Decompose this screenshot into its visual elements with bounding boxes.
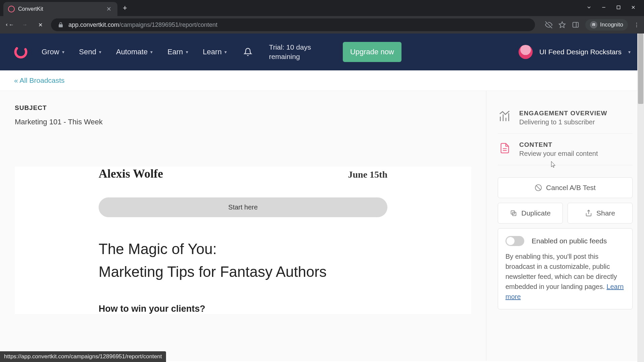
subject-label: SUBJECT [15, 104, 471, 112]
sub-header: « All Broadcasts [0, 70, 644, 91]
chevron-down-icon: ▾ [99, 49, 101, 55]
sidebar-content-sub: Review your email content [519, 150, 598, 158]
kebab-menu-icon[interactable]: ⋮ [634, 22, 639, 28]
close-tab-icon[interactable]: ✕ [105, 5, 113, 13]
nav-automate[interactable]: Automate▾ [116, 48, 153, 56]
chevron-down-icon: ▾ [150, 49, 153, 55]
copy-icon [510, 209, 517, 217]
public-feeds-toggle[interactable] [505, 236, 524, 246]
maximize-icon[interactable] [616, 5, 621, 11]
nav-send[interactable]: Send▾ [79, 48, 101, 56]
sidebar-content-title: CONTENT [519, 141, 598, 148]
chevron-down-icon: ▾ [224, 49, 227, 55]
preview-date: June 15th [348, 169, 387, 180]
close-window-icon[interactable] [631, 5, 636, 11]
avatar[interactable] [519, 45, 533, 59]
minimize-icon[interactable] [601, 5, 606, 11]
chevron-down-icon[interactable]: ▾ [628, 49, 631, 55]
preview-subhead: How to win your clients? [99, 304, 387, 314]
document-icon [498, 141, 512, 155]
trial-status: Trial: 10 days remaining [269, 43, 329, 62]
public-feeds-label: Enabled on public feeds [532, 237, 607, 245]
vertical-scrollbar[interactable] [637, 34, 644, 362]
cancel-icon [535, 184, 542, 191]
incognito-icon [590, 21, 597, 28]
email-preview: Alexis Wolfe June 15th Start here The Ma… [15, 167, 471, 314]
svg-rect-6 [573, 22, 579, 27]
reload-button[interactable]: ✕ [36, 20, 45, 29]
chart-icon [498, 110, 512, 124]
status-bar: https://app.convertkit.com/campaigns/128… [0, 351, 166, 362]
url-text: app.convertkit.com/campaigns/12896951/re… [68, 21, 217, 28]
svg-point-9 [594, 24, 595, 26]
favicon-icon [8, 6, 15, 12]
preview-headline-2: Marketing Tips for Fantasy Authors [99, 263, 387, 280]
duplicate-button[interactable]: Duplicate [498, 203, 563, 224]
sidebar-engagement-sub: Delivering to 1 subscriber [519, 118, 607, 126]
tab-search-icon[interactable] [586, 5, 592, 11]
preview-author: Alexis Wolfe [99, 167, 163, 181]
convertkit-logo-icon[interactable] [13, 45, 28, 59]
forward-button[interactable]: → [20, 20, 30, 29]
sidebar-engagement-overview[interactable]: ENGAGEMENT OVERVIEW Delivering to 1 subs… [498, 102, 633, 134]
tab-bar: ConvertKit ✕ + [0, 0, 644, 16]
share-icon [585, 209, 592, 217]
svg-line-18 [536, 186, 541, 190]
notifications-bell-icon[interactable] [244, 48, 252, 56]
svg-point-10 [13, 45, 28, 59]
browser-tab[interactable]: ConvertKit ✕ [3, 2, 117, 16]
public-feeds-desc: By enabling this, you'll post this broad… [505, 251, 625, 302]
eye-off-icon[interactable] [545, 21, 552, 28]
preview-headline-1: The Magic of You: [99, 241, 387, 257]
back-button[interactable]: ← [5, 20, 14, 29]
nav-learn[interactable]: Learn▾ [203, 48, 227, 56]
cancel-ab-test-button[interactable]: Cancel A/B Test [498, 177, 633, 198]
chevron-down-icon: ▾ [62, 49, 64, 55]
start-here-button[interactable]: Start here [99, 197, 387, 217]
sidebar-content[interactable]: CONTENT Review your email content [498, 134, 633, 165]
incognito-label: Incognito [600, 21, 623, 28]
url-field[interactable]: app.convertkit.com/campaigns/12896951/re… [51, 18, 535, 31]
chevron-down-icon: ▾ [186, 49, 188, 55]
share-button[interactable]: Share [568, 203, 633, 224]
svg-point-8 [592, 24, 594, 26]
public-feeds-card: Enabled on public feeds By enabling this… [498, 228, 633, 309]
back-all-broadcasts-link[interactable]: « All Broadcasts [14, 76, 65, 84]
panel-icon[interactable] [572, 21, 579, 28]
account-name[interactable]: UI Feed Design Rockstars [539, 47, 622, 57]
nav-grow[interactable]: Grow▾ [42, 48, 64, 56]
new-tab-button[interactable]: + [123, 4, 127, 12]
tab-title: ConvertKit [18, 6, 105, 12]
sidebar-engagement-title: ENGAGEMENT OVERVIEW [519, 110, 607, 117]
incognito-badge[interactable]: Incognito [585, 19, 628, 31]
lock-icon [57, 21, 64, 28]
app-header: Grow▾ Send▾ Automate▾ Earn▾ Learn▾ Trial… [0, 34, 644, 70]
main-content: SUBJECT Marketing 101 - This Week Alexis… [0, 91, 486, 361]
nav-earn[interactable]: Earn▾ [167, 48, 188, 56]
svg-marker-5 [559, 22, 565, 27]
svg-rect-1 [617, 6, 620, 9]
address-bar: ← → ✕ app.convertkit.com/campaigns/12896… [0, 16, 644, 34]
sidebar: ENGAGEMENT OVERVIEW Delivering to 1 subs… [486, 91, 644, 361]
subject-value: Marketing 101 - This Week [15, 118, 471, 126]
star-icon[interactable] [558, 21, 566, 28]
upgrade-button[interactable]: Upgrade now [343, 42, 401, 62]
